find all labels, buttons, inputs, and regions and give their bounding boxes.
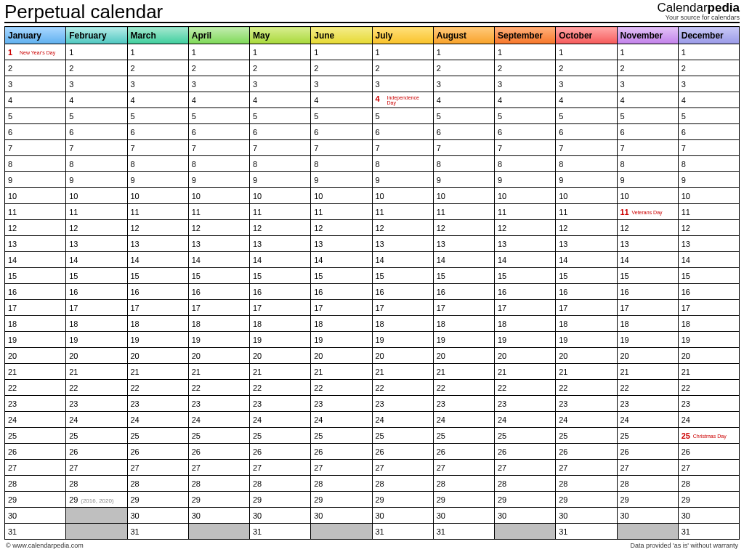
day-cell: 9 [678, 172, 739, 188]
day-number: 16 [8, 288, 18, 296]
day-number: 23 [559, 399, 569, 408]
day-number: 17 [314, 304, 324, 312]
day-cell: 30 [127, 508, 188, 524]
day-number: 5 [498, 112, 508, 121]
day-number: 10 [253, 192, 263, 200]
day-number: 4 [69, 96, 79, 105]
day-cell: 10 [5, 188, 66, 204]
day-cell: 17 [556, 300, 617, 316]
day-number: 11 [8, 208, 18, 216]
day-cell: 1 [311, 44, 372, 60]
day-cell: 16 [372, 284, 433, 300]
day-cell: 2 [678, 60, 739, 76]
day-number: 6 [498, 128, 508, 137]
day-number: 12 [682, 224, 692, 232]
day-number: 17 [559, 304, 569, 312]
day-cell: 13 [188, 236, 249, 252]
day-number: 6 [437, 128, 447, 137]
day-cell: 11 [556, 204, 617, 220]
day-row: 262626262626262626262626 [5, 444, 740, 460]
day-cell: 24 [311, 412, 372, 428]
day-cell: 15 [311, 268, 372, 284]
day-cell: 1 [495, 44, 556, 60]
day-row: 333333333333 [5, 76, 740, 92]
day-cell: 17 [66, 300, 127, 316]
day-number: 26 [376, 447, 386, 456]
day-cell: 20 [5, 348, 66, 364]
day-number: 19 [559, 336, 569, 344]
day-number: 8 [8, 160, 18, 169]
day-number: 29 [8, 495, 18, 504]
day-cell: 1 [678, 44, 739, 60]
day-number: 22 [69, 384, 79, 392]
day-cell: 4 [311, 92, 372, 108]
day-number: 17 [192, 304, 202, 312]
day-cell: 3 [66, 76, 127, 92]
day-row: 888888888888 [5, 156, 740, 172]
day-cell: 7 [5, 140, 66, 156]
day-cell: 25 [127, 428, 188, 444]
day-number: 25 [131, 431, 141, 440]
day-number: 2 [314, 64, 324, 73]
day-number: 18 [8, 320, 18, 328]
day-number: 7 [69, 144, 79, 153]
day-number: 2 [69, 64, 79, 73]
day-number: 31 [682, 527, 692, 536]
day-number: 4 [498, 96, 508, 105]
day-cell: 16 [311, 284, 372, 300]
day-cell: 25 [495, 428, 556, 444]
day-number: 26 [192, 447, 202, 456]
day-number: 21 [376, 368, 386, 376]
day-cell: 29 [617, 492, 678, 508]
day-cell: 27 [127, 460, 188, 476]
month-header: May [250, 27, 311, 44]
day-number: 27 [437, 463, 447, 472]
day-cell: 11 [188, 204, 249, 220]
day-row: 999999999999 [5, 172, 740, 188]
day-number: 24 [682, 415, 692, 424]
day-cell: 28 [311, 476, 372, 492]
day-row: 151515151515151515151515 [5, 268, 740, 284]
month-header: October [556, 27, 617, 44]
day-number: 10 [69, 192, 79, 200]
day-cell: 9 [5, 172, 66, 188]
day-cell: 26 [250, 444, 311, 460]
day-number: 6 [131, 128, 141, 137]
day-cell: 2 [311, 60, 372, 76]
day-number: 26 [559, 447, 569, 456]
day-number: 12 [192, 224, 202, 232]
day-row: 3030303030303030303030 [5, 508, 740, 524]
day-cell: 1 [433, 44, 494, 60]
day-number: 21 [8, 368, 18, 376]
day-cell: 9 [617, 172, 678, 188]
day-cell: 20 [617, 348, 678, 364]
day-cell: 1 [127, 44, 188, 60]
day-number: 18 [437, 320, 447, 328]
day-number: 3 [253, 80, 263, 89]
day-cell: 18 [250, 316, 311, 332]
day-number: 6 [69, 128, 79, 137]
day-cell: 6 [617, 124, 678, 140]
day-number: 10 [498, 192, 508, 200]
day-cell: 14 [495, 252, 556, 268]
day-number: 3 [620, 80, 631, 89]
day-number: 1 [192, 48, 202, 57]
day-cell: 3 [127, 76, 188, 92]
day-cell: 6 [188, 124, 249, 140]
day-cell: 6 [372, 124, 433, 140]
day-number: 12 [8, 224, 18, 232]
day-number: 10 [437, 192, 447, 200]
day-cell: 26 [127, 444, 188, 460]
day-number: 29 [314, 495, 324, 504]
day-cell: 17 [311, 300, 372, 316]
day-number: 22 [620, 384, 631, 392]
day-number: 2 [8, 64, 18, 73]
day-row: 2929(2016, 2020)29292929292929292929 [5, 492, 740, 508]
day-number: 9 [682, 176, 692, 184]
day-cell: 13 [617, 236, 678, 252]
day-number: 22 [314, 384, 324, 392]
day-number: 9 [376, 176, 386, 184]
day-number: 25 [376, 431, 386, 440]
day-number: 10 [682, 192, 692, 200]
day-number: 30 [620, 511, 631, 520]
